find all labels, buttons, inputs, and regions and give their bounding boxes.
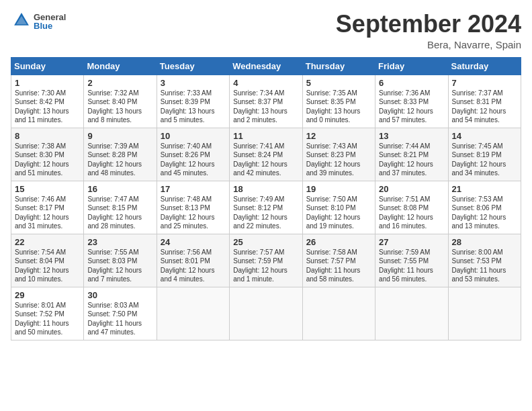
table-row: 15Sunrise: 7:46 AMSunset: 8:17 PMDayligh… (11, 181, 84, 234)
day-info: Sunrise: 7:56 AMSunset: 8:01 PMDaylight:… (161, 248, 226, 284)
day-info: Sunrise: 7:49 AMSunset: 8:12 PMDaylight:… (233, 195, 298, 231)
day-info: Sunrise: 7:33 AMSunset: 8:39 PMDaylight:… (161, 89, 226, 125)
logo: General Blue (11, 11, 66, 32)
day-info: Sunrise: 8:03 AMSunset: 7:50 PMDaylight:… (87, 301, 152, 337)
day-number: 18 (233, 184, 298, 194)
day-info: Sunrise: 7:39 AMSunset: 8:28 PMDaylight:… (87, 142, 152, 178)
day-number: 19 (306, 184, 371, 194)
day-info: Sunrise: 7:44 AMSunset: 8:21 PMDaylight:… (379, 142, 444, 178)
page-header: General Blue September 2024 Bera, Navarr… (11, 11, 521, 50)
day-info: Sunrise: 7:45 AMSunset: 8:19 PMDaylight:… (452, 142, 517, 178)
day-info: Sunrise: 7:51 AMSunset: 8:08 PMDaylight:… (379, 195, 444, 231)
table-row: 19Sunrise: 7:50 AMSunset: 8:10 PMDayligh… (302, 181, 375, 234)
table-row: 11Sunrise: 7:41 AMSunset: 8:24 PMDayligh… (230, 128, 302, 181)
day-number: 5 (306, 78, 371, 88)
table-row: 5Sunrise: 7:35 AMSunset: 8:35 PMDaylight… (302, 75, 375, 128)
table-row (375, 287, 448, 340)
day-info: Sunrise: 7:47 AMSunset: 8:15 PMDaylight:… (87, 195, 152, 231)
table-row: 3Sunrise: 7:33 AMSunset: 8:39 PMDaylight… (157, 75, 229, 128)
day-info: Sunrise: 8:01 AMSunset: 7:52 PMDaylight:… (15, 301, 80, 337)
day-info: Sunrise: 7:55 AMSunset: 8:03 PMDaylight:… (87, 248, 152, 284)
day-number: 17 (161, 184, 226, 194)
table-row: 17Sunrise: 7:48 AMSunset: 8:13 PMDayligh… (157, 181, 229, 234)
calendar-header-row: Sunday Monday Tuesday Wednesday Thursday… (11, 57, 521, 75)
day-number: 14 (452, 131, 517, 141)
col-wednesday: Wednesday (230, 57, 302, 75)
table-row: 28Sunrise: 8:00 AMSunset: 7:53 PMDayligh… (448, 234, 521, 287)
table-row: 1Sunrise: 7:30 AMSunset: 8:42 PMDaylight… (11, 75, 84, 128)
calendar-week-1: 1Sunrise: 7:30 AMSunset: 8:42 PMDaylight… (11, 75, 521, 128)
table-row: 27Sunrise: 7:59 AMSunset: 7:55 PMDayligh… (375, 234, 448, 287)
col-tuesday: Tuesday (157, 57, 229, 75)
table-row: 9Sunrise: 7:39 AMSunset: 8:28 PMDaylight… (84, 128, 157, 181)
day-info: Sunrise: 7:32 AMSunset: 8:40 PMDaylight:… (87, 89, 152, 125)
col-friday: Friday (375, 57, 448, 75)
day-info: Sunrise: 7:34 AMSunset: 8:37 PMDaylight:… (233, 89, 298, 125)
day-info: Sunrise: 7:43 AMSunset: 8:23 PMDaylight:… (306, 142, 371, 178)
table-row: 8Sunrise: 7:38 AMSunset: 8:30 PMDaylight… (11, 128, 84, 181)
day-number: 3 (161, 78, 226, 88)
day-number: 13 (379, 131, 444, 141)
day-number: 23 (87, 237, 152, 247)
table-row: 24Sunrise: 7:56 AMSunset: 8:01 PMDayligh… (157, 234, 229, 287)
day-info: Sunrise: 7:30 AMSunset: 8:42 PMDaylight:… (15, 89, 80, 125)
day-number: 27 (379, 237, 444, 247)
day-info: Sunrise: 7:41 AMSunset: 8:24 PMDaylight:… (233, 142, 298, 178)
table-row (157, 287, 229, 340)
day-number: 1 (15, 78, 80, 88)
day-number: 24 (161, 237, 226, 247)
day-number: 6 (379, 78, 444, 88)
location: Bera, Navarre, Spain (336, 39, 521, 50)
day-info: Sunrise: 7:36 AMSunset: 8:33 PMDaylight:… (379, 89, 444, 125)
col-monday: Monday (84, 57, 157, 75)
table-row: 25Sunrise: 7:57 AMSunset: 7:59 PMDayligh… (230, 234, 302, 287)
table-row: 23Sunrise: 7:55 AMSunset: 8:03 PMDayligh… (84, 234, 157, 287)
table-row (230, 287, 302, 340)
day-info: Sunrise: 7:53 AMSunset: 8:06 PMDaylight:… (452, 195, 517, 231)
calendar-week-4: 22Sunrise: 7:54 AMSunset: 8:04 PMDayligh… (11, 234, 521, 287)
logo-blue: Blue (34, 21, 66, 31)
table-row: 12Sunrise: 7:43 AMSunset: 8:23 PMDayligh… (302, 128, 375, 181)
table-row: 30Sunrise: 8:03 AMSunset: 7:50 PMDayligh… (84, 287, 157, 340)
day-number: 10 (161, 131, 226, 141)
table-row: 4Sunrise: 7:34 AMSunset: 8:37 PMDaylight… (230, 75, 302, 128)
day-info: Sunrise: 7:46 AMSunset: 8:17 PMDaylight:… (15, 195, 80, 231)
col-thursday: Thursday (302, 57, 375, 75)
month-title: September 2024 (336, 11, 521, 38)
day-info: Sunrise: 8:00 AMSunset: 7:53 PMDaylight:… (452, 248, 517, 284)
day-number: 28 (452, 237, 517, 247)
day-info: Sunrise: 7:58 AMSunset: 7:57 PMDaylight:… (306, 248, 371, 284)
col-sunday: Sunday (11, 57, 84, 75)
day-info: Sunrise: 7:37 AMSunset: 8:31 PMDaylight:… (452, 89, 517, 125)
table-row: 13Sunrise: 7:44 AMSunset: 8:21 PMDayligh… (375, 128, 448, 181)
day-number: 8 (15, 131, 80, 141)
day-info: Sunrise: 7:35 AMSunset: 8:35 PMDaylight:… (306, 89, 371, 125)
table-row: 21Sunrise: 7:53 AMSunset: 8:06 PMDayligh… (448, 181, 521, 234)
table-row (448, 287, 521, 340)
day-number: 26 (306, 237, 371, 247)
title-block: September 2024 Bera, Navarre, Spain (336, 11, 521, 50)
day-number: 15 (15, 184, 80, 194)
day-info: Sunrise: 7:38 AMSunset: 8:30 PMDaylight:… (15, 142, 80, 178)
day-number: 2 (87, 78, 152, 88)
day-number: 11 (233, 131, 298, 141)
table-row: 18Sunrise: 7:49 AMSunset: 8:12 PMDayligh… (230, 181, 302, 234)
table-row: 26Sunrise: 7:58 AMSunset: 7:57 PMDayligh… (302, 234, 375, 287)
day-number: 7 (452, 78, 517, 88)
day-number: 30 (87, 290, 152, 300)
day-info: Sunrise: 7:48 AMSunset: 8:13 PMDaylight:… (161, 195, 226, 231)
day-number: 22 (15, 237, 80, 247)
day-info: Sunrise: 7:57 AMSunset: 7:59 PMDaylight:… (233, 248, 298, 284)
day-number: 25 (233, 237, 298, 247)
table-row: 22Sunrise: 7:54 AMSunset: 8:04 PMDayligh… (11, 234, 84, 287)
table-row: 14Sunrise: 7:45 AMSunset: 8:19 PMDayligh… (448, 128, 521, 181)
calendar-week-5: 29Sunrise: 8:01 AMSunset: 7:52 PMDayligh… (11, 287, 521, 340)
table-row: 29Sunrise: 8:01 AMSunset: 7:52 PMDayligh… (11, 287, 84, 340)
calendar-week-2: 8Sunrise: 7:38 AMSunset: 8:30 PMDaylight… (11, 128, 521, 181)
col-saturday: Saturday (448, 57, 521, 75)
table-row: 6Sunrise: 7:36 AMSunset: 8:33 PMDaylight… (375, 75, 448, 128)
day-number: 12 (306, 131, 371, 141)
table-row: 2Sunrise: 7:32 AMSunset: 8:40 PMDaylight… (84, 75, 157, 128)
day-number: 29 (15, 290, 80, 300)
day-number: 16 (87, 184, 152, 194)
